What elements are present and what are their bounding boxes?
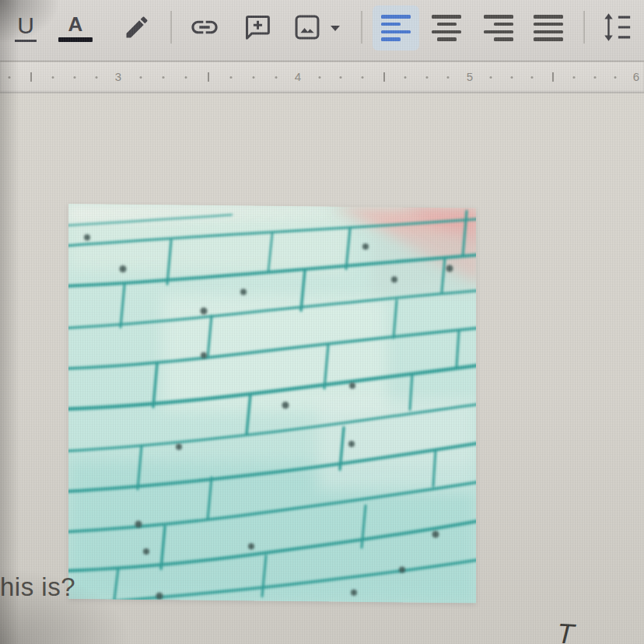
text-color-swatch bbox=[58, 37, 93, 42]
ruler-number: 4 bbox=[295, 70, 301, 83]
text-color-icon: A bbox=[68, 14, 83, 34]
ruler-dot-mark bbox=[531, 76, 534, 79]
toolbar-divider bbox=[583, 11, 585, 44]
chevron-down-icon bbox=[330, 23, 341, 34]
ruler-dot-mark bbox=[614, 76, 617, 79]
ruler-dot-mark bbox=[447, 76, 450, 79]
align-right-icon bbox=[484, 15, 513, 41]
align-center-button[interactable] bbox=[428, 0, 465, 56]
ruler-dot-mark bbox=[594, 76, 597, 79]
toolbar-divider bbox=[361, 11, 362, 44]
ruler-half-mark bbox=[30, 72, 32, 82]
ruler-number: 6 bbox=[633, 70, 639, 83]
highlighter-icon bbox=[123, 13, 151, 44]
ruler-dot-mark bbox=[511, 76, 513, 79]
formatting-toolbar: U A bbox=[0, 0, 644, 61]
ruler-dot-mark bbox=[230, 76, 233, 79]
document-text: his is? bbox=[0, 572, 75, 602]
ruler-dot-mark bbox=[96, 76, 98, 79]
line-spacing-button[interactable] bbox=[597, 0, 636, 56]
comment-plus-icon bbox=[243, 12, 272, 44]
ruler-number: 5 bbox=[467, 70, 473, 83]
align-center-icon bbox=[432, 15, 461, 41]
ruler-dot-mark bbox=[404, 76, 407, 79]
text-color-button[interactable]: A bbox=[56, 0, 95, 56]
ruler-dot-mark bbox=[319, 76, 321, 79]
align-right-button[interactable] bbox=[480, 0, 517, 56]
add-comment-button[interactable] bbox=[240, 0, 275, 56]
ruler-dot-mark bbox=[74, 76, 76, 79]
ruler-dot-mark bbox=[275, 76, 278, 79]
ruler-dot-mark bbox=[340, 76, 342, 79]
line-spacing-icon bbox=[600, 10, 633, 47]
ruler-dot-mark bbox=[140, 76, 142, 79]
highlight-color-button[interactable] bbox=[119, 0, 155, 56]
link-icon bbox=[189, 12, 220, 45]
ruler-dot-mark bbox=[362, 76, 364, 79]
ruler-dot-mark bbox=[573, 76, 576, 79]
ruler-dot-mark bbox=[490, 76, 492, 79]
underline-icon: U bbox=[15, 14, 37, 42]
ruler-dot-mark bbox=[163, 76, 165, 79]
ruler[interactable]: 3456 bbox=[0, 61, 644, 93]
ruler-dot-mark bbox=[9, 76, 11, 79]
ruler-dot-mark bbox=[253, 76, 255, 79]
ruler-half-mark bbox=[383, 72, 385, 82]
toolbar-divider bbox=[170, 11, 172, 44]
insert-link-button[interactable] bbox=[186, 0, 223, 56]
image-icon bbox=[292, 12, 322, 44]
screen-photo: U A bbox=[0, 0, 644, 644]
document-canvas[interactable]: his is? T bbox=[0, 93, 644, 644]
ruler-dot-mark bbox=[185, 76, 187, 79]
ruler-dot-mark bbox=[52, 76, 54, 79]
ruler-dot-mark bbox=[426, 76, 429, 79]
justify-button[interactable] bbox=[530, 0, 567, 56]
align-left-icon bbox=[381, 15, 411, 41]
stray-character: T bbox=[556, 617, 575, 644]
document-image[interactable] bbox=[68, 204, 476, 603]
ruler-number: 3 bbox=[115, 70, 121, 83]
underline-button[interactable]: U bbox=[9, 0, 42, 56]
align-left-button[interactable] bbox=[373, 5, 419, 51]
justify-icon bbox=[534, 15, 563, 41]
onion-cells-image bbox=[68, 204, 476, 603]
insert-image-button[interactable] bbox=[289, 0, 325, 56]
ruler-half-mark bbox=[552, 72, 554, 82]
image-options-button[interactable] bbox=[326, 0, 345, 56]
ruler-half-mark bbox=[208, 72, 209, 82]
